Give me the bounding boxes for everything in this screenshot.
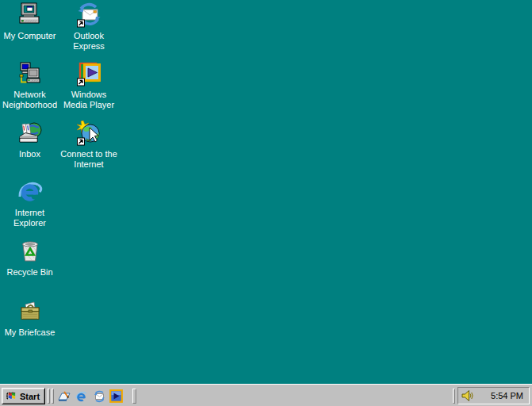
desktop-icon-connect-to-the-internet[interactable]: Connect to the Internet [57, 121, 121, 170]
outlook-express-icon [93, 390, 105, 403]
toolbar-drag-handle[interactable] [52, 389, 54, 404]
quicklaunch-internet-explorer-button[interactable] [75, 389, 89, 403]
taskbar-clock[interactable]: 5:54 PM [491, 391, 523, 400]
icon-label: Inbox [0, 149, 59, 159]
briefcase-icon [17, 299, 43, 324]
quicklaunch-media-player-button[interactable] [109, 389, 123, 403]
icon-label: Recycle Bin [0, 267, 59, 278]
my-computer-icon [17, 2, 43, 28]
taskbar: Start [0, 384, 532, 406]
icon-label: My Computer [0, 31, 59, 41]
desktop-icon-network-neighborhood[interactable]: Network Neighborhood [0, 61, 59, 110]
media-player-icon [109, 389, 123, 403]
desktop-icon-my-briefcase[interactable]: My Briefcase [0, 299, 59, 338]
windows-flag-icon [5, 390, 17, 402]
show-desktop-icon [58, 390, 71, 403]
internet-explorer-icon [75, 390, 88, 403]
quicklaunch-outlook-express-button[interactable] [92, 389, 106, 403]
volume-icon[interactable] [461, 389, 473, 402]
connect-internet-icon [76, 121, 101, 146]
toolbar-drag-handle[interactable] [132, 389, 136, 404]
desktop-icon-my-computer[interactable]: My Computer [0, 2, 59, 41]
icon-label: Connect to the Internet [57, 149, 121, 170]
toolbar-drag-handle[interactable] [48, 389, 50, 404]
desktop-icon-inbox[interactable]: Inbox [0, 121, 59, 159]
system-tray: 5:54 PM [457, 387, 530, 404]
desktop-icon-internet-explorer[interactable]: Internet Explorer [0, 179, 59, 228]
icon-label: My Briefcase [0, 327, 59, 338]
start-button[interactable]: Start [2, 388, 45, 404]
outlook-express-icon [76, 2, 101, 28]
icon-label: Network Neighborhood [0, 90, 59, 110]
media-player-icon [76, 61, 101, 86]
recycle-bin-icon [17, 239, 43, 264]
icon-label: Internet Explorer [0, 208, 59, 228]
desktop-icon-recycle-bin[interactable]: Recycle Bin [0, 239, 59, 278]
network-neighborhood-icon [17, 61, 43, 86]
desktop-icon-outlook-express[interactable]: Outlook Express [57, 2, 121, 52]
icon-label: Windows Media Player [57, 90, 121, 110]
quicklaunch-show-desktop-button[interactable] [57, 389, 71, 403]
inbox-icon [17, 121, 43, 146]
toolbar-drag-handle[interactable] [453, 389, 455, 404]
internet-explorer-icon [17, 179, 43, 205]
desktop-icon-windows-media-player[interactable]: Windows Media Player [57, 61, 121, 110]
icon-label: Outlook Express [57, 31, 121, 52]
start-button-label: Start [20, 392, 40, 401]
desktop: My Computer Network Neighborhood [0, 0, 532, 406]
